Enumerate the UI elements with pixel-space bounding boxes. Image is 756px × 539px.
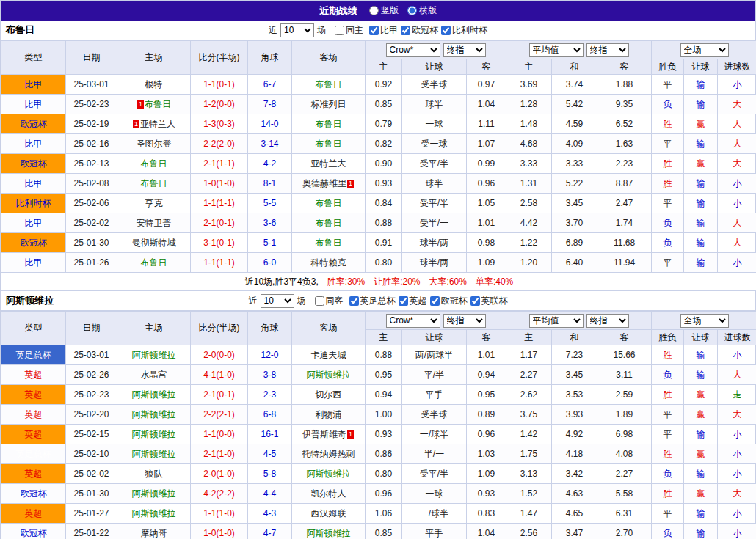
league-filter-checkbox[interactable]: 英联杯 — [470, 295, 508, 307]
result-outcome-cell: 胜 — [652, 174, 684, 194]
same-venue-checkbox-input[interactable] — [315, 296, 324, 306]
team-name: 阿斯顿维拉 — [6, 294, 54, 307]
match-row: 比甲25-02-16圣图尔登2-2(2-0)3-14布鲁日0.82受一球1.07… — [1, 134, 756, 154]
odds-away-cell: 1.05 — [467, 194, 506, 213]
team-label: 奥德赫维里 — [302, 178, 346, 188]
result-handicap-cell: 赢 — [684, 154, 718, 174]
same-venue-checkbox[interactable]: 同主 — [335, 24, 363, 37]
odds-away-cell: 0.97 — [467, 75, 506, 95]
home-team-cell: 1亚特兰大 — [117, 114, 191, 134]
team-label: 曼彻斯特城 — [132, 238, 176, 248]
league-type-cell: 比甲 — [1, 95, 66, 114]
horizontal-mode-radio[interactable] — [407, 6, 417, 15]
league-filter-checkbox-input[interactable] — [401, 26, 410, 35]
team-label: 凯尔特人 — [311, 488, 346, 499]
home-team-cell: 阿斯顿维拉 — [117, 405, 191, 425]
home-team-cell: 水晶宫 — [117, 365, 191, 385]
score-cell: 4-2(2-2) — [191, 484, 248, 504]
odds-stage-select[interactable]: 终指 — [443, 43, 486, 57]
league-filter-checkbox-input[interactable] — [349, 296, 359, 306]
match-date-cell: 25-02-23 — [66, 95, 117, 114]
odds-away-cell: 0.93 — [467, 484, 506, 504]
league-filter-checkbox[interactable]: 欧冠杯 — [430, 295, 468, 307]
home-team-cell: 阿斯顿维拉 — [117, 484, 191, 504]
corner-cell: 14-0 — [248, 114, 292, 134]
horizontal-mode-option[interactable]: 横版 — [407, 4, 437, 17]
odds-home-cell: 0.91 — [366, 233, 402, 253]
bookmaker-select[interactable]: Crow* — [386, 43, 440, 57]
away-team-cell: 凯尔特人 — [292, 484, 366, 504]
away-team-cell: 布鲁日 — [292, 75, 366, 95]
league-filter-checkbox-input[interactable] — [369, 26, 379, 35]
odds-home-cell: 0.92 — [366, 75, 402, 95]
score-cell: 1-2(0-0) — [191, 95, 248, 114]
scope-select[interactable]: 全场 — [680, 43, 729, 57]
result-handicap-cell: 输 — [684, 425, 718, 444]
league-filter-checkbox[interactable]: 比利时杯 — [441, 24, 487, 37]
avg-away-cell: 9.35 — [597, 95, 652, 114]
result-outcome-cell: 负 — [652, 95, 684, 114]
avg-draw-cell: 3.93 — [552, 405, 597, 425]
match-date-cell: 25-01-30 — [66, 484, 117, 504]
odds-handicap-cell: 受半/一 — [402, 213, 467, 233]
odds-away-cell: 0.96 — [467, 425, 506, 444]
odds-subheader: 让球 — [402, 330, 467, 345]
odds-home-cell: 0.85 — [366, 524, 402, 539]
corner-cell: 7-8 — [248, 95, 292, 114]
league-filter-checkbox[interactable]: 英超 — [399, 295, 427, 307]
odds-handicap-cell: 一球 — [402, 114, 467, 134]
odds-subheader: 主 — [366, 59, 402, 75]
result-handicap-cell: 输 — [684, 365, 718, 385]
avg-draw-cell: 4.59 — [552, 114, 597, 134]
team-label: 亨克 — [145, 198, 163, 208]
vertical-mode-radio[interactable] — [369, 6, 379, 15]
average-select[interactable]: 平均值 — [529, 43, 584, 57]
avg-home-cell: 2.58 — [506, 194, 552, 213]
result-goals-cell: 大 — [718, 213, 756, 233]
away-team-cell: 布鲁日 — [292, 134, 366, 154]
avg-stage-select[interactable]: 终指 — [586, 314, 629, 328]
score-cell: 3-1(0-1) — [191, 233, 248, 253]
score-cell: 2-0(1-0) — [191, 464, 248, 484]
result-handicap-cell: 赢 — [684, 444, 718, 464]
matches-unit-label: 场 — [317, 24, 326, 37]
avg-stage-select[interactable]: 终指 — [586, 43, 629, 57]
league-filter-checkbox-input[interactable] — [430, 296, 440, 306]
home-team-cell: 摩纳哥 — [117, 524, 191, 539]
odds-home-cell: 1.00 — [366, 405, 402, 425]
recent-count-select[interactable]: 10 — [261, 294, 294, 308]
league-filter-checkbox-input[interactable] — [441, 26, 451, 35]
league-filter-checkbox[interactable]: 比甲 — [369, 24, 398, 37]
league-filter-checkbox[interactable]: 英足总杯 — [349, 295, 396, 307]
same-venue-checkbox-input[interactable] — [335, 26, 344, 35]
result-goals-cell: 大 — [718, 233, 756, 253]
vertical-mode-option[interactable]: 竖版 — [369, 4, 399, 17]
recent-count-select[interactable]: 10 — [280, 23, 314, 37]
odds-away-cell: 1.03 — [467, 444, 506, 464]
league-filter-checkbox[interactable]: 欧冠杯 — [401, 24, 438, 37]
league-type-cell: 欧冠杯 — [1, 524, 66, 539]
bookmaker-odds-header: Crow*终指 — [366, 41, 506, 59]
same-venue-checkbox[interactable]: 同客 — [315, 295, 344, 307]
odds-handicap-cell: 平手 — [402, 524, 467, 539]
match-row: 英超25-01-27阿斯顿维拉1-1(1-0)4-3西汉姆联1.06一/球半0.… — [1, 504, 756, 524]
odds-home-cell: 0.79 — [366, 114, 402, 134]
corner-cell: 4-2 — [248, 154, 292, 174]
home-team-cell: 阿斯顿维拉 — [117, 444, 191, 464]
odds-subheader: 客 — [467, 59, 506, 75]
team-label: 圣图尔登 — [137, 139, 172, 149]
avg-draw-cell: 3.45 — [552, 365, 597, 385]
bookmaker-select[interactable]: Crow* — [386, 314, 440, 328]
average-select[interactable]: 平均值 — [529, 314, 584, 328]
average-odds-header: 平均值终指 — [506, 41, 652, 59]
avg-away-cell: 11.68 — [597, 233, 652, 253]
scope-select[interactable]: 全场 — [680, 314, 729, 328]
odds-away-cell: 1.01 — [467, 345, 506, 365]
odds-handicap-cell: 球半/两 — [402, 233, 467, 253]
league-filter-checkbox-input[interactable] — [399, 296, 408, 306]
odds-home-cell: 0.93 — [366, 174, 402, 194]
away-team-cell: 西汉姆联 — [292, 504, 366, 524]
odds-stage-select[interactable]: 终指 — [443, 314, 486, 328]
match-row: 欧冠杯25-01-30阿斯顿维拉4-2(2-2)4-4凯尔特人0.96一球0.9… — [1, 484, 756, 504]
league-filter-checkbox-input[interactable] — [470, 296, 480, 306]
